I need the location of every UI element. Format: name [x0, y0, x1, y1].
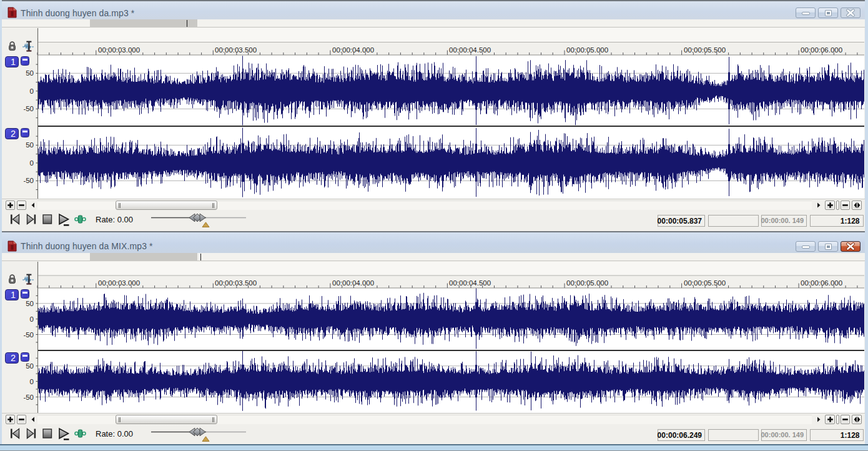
svg-text:50: 50	[26, 300, 34, 307]
svg-text:00:00:05.500: 00:00:05.500	[684, 279, 726, 287]
svg-text:00:00:03.000: 00:00:03.000	[98, 46, 140, 54]
svg-text:-50: -50	[23, 394, 34, 401]
svg-text:-50: -50	[23, 331, 34, 339]
svg-text:00:00:05.000: 00:00:05.000	[566, 46, 608, 54]
svg-text:0: 0	[30, 315, 34, 323]
svg-text:00:00:05.500: 00:00:05.500	[684, 46, 726, 54]
svg-text:00:00:04.000: 00:00:04.000	[332, 279, 374, 287]
svg-text:00:00:06.000: 00:00:06.000	[801, 279, 842, 287]
svg-text:00:00:03.500: 00:00:03.500	[215, 46, 257, 54]
svg-text:50: 50	[26, 69, 34, 77]
svg-text:0: 0	[30, 378, 34, 385]
svg-text:00:00:03.500: 00:00:03.500	[215, 279, 257, 287]
svg-text:00:00:04.500: 00:00:04.500	[449, 279, 491, 287]
svg-text:50: 50	[26, 141, 34, 149]
svg-text:00:00:05.000: 00:00:05.000	[566, 279, 608, 287]
svg-text:-50: -50	[23, 105, 34, 112]
svg-text:0: 0	[30, 87, 34, 95]
svg-text:0: 0	[30, 159, 34, 167]
svg-text:-50: -50	[23, 177, 34, 184]
svg-text:00:00:04.500: 00:00:04.500	[449, 46, 491, 54]
svg-text:00:00:04.000: 00:00:04.000	[332, 46, 374, 54]
svg-text:00:00:03.000: 00:00:03.000	[98, 279, 140, 287]
svg-text:00:00:06.000: 00:00:06.000	[801, 46, 842, 54]
svg-text:50: 50	[26, 362, 34, 370]
